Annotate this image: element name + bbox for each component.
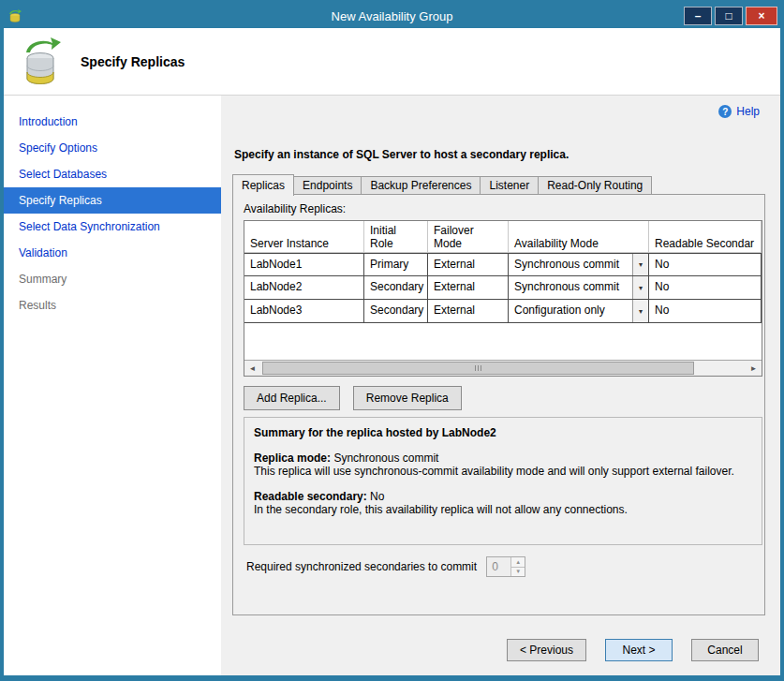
server-instance-cell[interactable]: LabNode1 (244, 253, 364, 276)
spinner-down-icon: ▼ (511, 568, 525, 577)
tab-strip: ReplicasEndpointsBackup PreferencesListe… (232, 174, 652, 195)
replica-table-header: Server InstanceInitial RoleFailover Mode… (244, 221, 762, 253)
remove-replica-button[interactable]: Remove Replica (353, 386, 462, 410)
failover-mode-cell[interactable]: External (428, 300, 509, 323)
tab-backup-preferences[interactable]: Backup Preferences (361, 176, 481, 194)
chevron-down-icon[interactable]: ▾ (632, 276, 648, 299)
availability-mode-value: Configuration only (509, 300, 632, 322)
availability-mode-value: Synchronous commit (509, 254, 632, 275)
cancel-button[interactable]: Cancel (691, 639, 759, 661)
spinner-value: 0 (487, 557, 510, 576)
failover-mode-cell[interactable]: External (428, 276, 509, 300)
maximize-icon: □ (725, 10, 732, 22)
readable-secondary-line: Readable secondary: No (254, 490, 752, 503)
replica-buttons: Add Replica... Remove Replica (244, 386, 462, 410)
help-label: Help (736, 105, 760, 118)
spinner-buttons: ▲ ▼ (510, 557, 525, 576)
replicas-tab-page: Availability Replicas: Server InstanceIn… (232, 194, 765, 615)
replica-grid: Server InstanceInitial RoleFailover Mode… (244, 220, 762, 377)
readable-secondary-cell[interactable]: No (649, 276, 762, 300)
window-controls: – □ × (684, 7, 777, 25)
chevron-down-icon[interactable]: ▾ (632, 300, 648, 322)
main-panel: ? Help Specify an instance of SQL Server… (221, 96, 780, 675)
body-row: IntroductionSpecify OptionsSelect Databa… (4, 96, 780, 675)
tab-listener[interactable]: Listener (480, 176, 539, 194)
tab-replicas[interactable]: Replicas (232, 174, 294, 196)
readable-secondary-label: Readable secondary: (254, 490, 367, 503)
availability-mode-dropdown[interactable]: Synchronous commit▾ (509, 253, 649, 276)
required-secondaries-spinner: 0 ▲ ▼ (486, 556, 525, 577)
availability-mode-dropdown[interactable]: Synchronous commit▾ (509, 276, 649, 300)
sidebar-item-results: Results (4, 292, 221, 318)
help-link[interactable]: ? Help (718, 105, 760, 118)
chevron-down-icon[interactable]: ▾ (632, 254, 648, 275)
sidebar-item-introduction[interactable]: Introduction (4, 109, 221, 135)
title-bar: New Availability Group – □ × (4, 4, 780, 28)
horizontal-scrollbar[interactable]: ◄ ► (244, 360, 762, 376)
readable-secondary-value: No (370, 490, 384, 503)
scroll-left-arrow-icon[interactable]: ◄ (244, 361, 260, 376)
column-header-failover-mode[interactable]: Failover Mode (428, 221, 509, 253)
table-row-labnode1[interactable]: LabNode1PrimaryExternalSynchronous commi… (244, 253, 762, 276)
instruction-text: Specify an instance of SQL Server to hos… (234, 148, 569, 161)
initial-role-cell[interactable]: Secondary (364, 300, 428, 323)
next-button[interactable]: Next > (605, 639, 673, 661)
readable-secondary-description: In the secondary role, this availability… (254, 503, 752, 516)
tab-endpoints[interactable]: Endpoints (293, 176, 362, 194)
new-availability-group-window: New Availability Group – □ × Specify Rep… (0, 0, 784, 681)
scrollbar-track[interactable] (260, 361, 746, 376)
sidebar-steps: IntroductionSpecify OptionsSelect Databa… (4, 96, 221, 675)
sidebar-item-validation[interactable]: Validation (4, 240, 221, 266)
app-icon[interactable] (7, 8, 22, 23)
required-secondaries-row: Required synchronized secondaries to com… (246, 556, 525, 577)
add-replica-button[interactable]: Add Replica... (244, 386, 340, 410)
column-header-availability-mode[interactable]: Availability Mode (509, 221, 649, 253)
table-empty-area (244, 323, 762, 360)
window-title: New Availability Group (4, 9, 780, 23)
database-sync-icon (21, 37, 64, 87)
wizard-header: Specify Replicas (4, 28, 780, 96)
scrollbar-thumb[interactable] (262, 362, 694, 375)
replica-mode-description: This replica will use synchronous-commit… (254, 465, 752, 478)
scroll-right-arrow-icon[interactable]: ► (746, 361, 762, 376)
previous-button[interactable]: < Previous (507, 639, 586, 661)
sidebar-item-specify-replicas[interactable]: Specify Replicas (4, 187, 221, 214)
failover-mode-cell[interactable]: External (428, 253, 509, 276)
wizard-footer: < Previous Next > Cancel (507, 639, 759, 661)
sidebar-item-summary: Summary (4, 266, 221, 292)
column-header-readable-secondar[interactable]: Readable Secondar (649, 221, 762, 253)
summary-title: Summary for the replica hosted by LabNod… (254, 426, 752, 439)
close-icon: × (758, 10, 764, 22)
sidebar-item-select-data-synchronization[interactable]: Select Data Synchronization (4, 214, 221, 240)
replica-mode-line: Replica mode: Synchronous commit (254, 452, 752, 465)
minimize-icon: – (695, 10, 702, 22)
page-title: Specify Replicas (81, 54, 185, 69)
replica-mode-label: Replica mode: (254, 452, 331, 465)
replica-mode-value: Synchronous commit (333, 452, 438, 465)
replica-table-body: LabNode1PrimaryExternalSynchronous commi… (244, 253, 762, 323)
help-icon: ? (718, 105, 732, 118)
table-row-labnode2[interactable]: LabNode2SecondaryExternalSynchronous com… (244, 276, 762, 300)
close-button[interactable]: × (746, 7, 777, 25)
required-secondaries-label: Required synchronized secondaries to com… (246, 560, 477, 573)
maximize-button[interactable]: □ (715, 7, 743, 25)
server-instance-cell[interactable]: LabNode2 (244, 276, 364, 300)
initial-role-cell[interactable]: Secondary (364, 276, 428, 300)
sidebar-item-specify-options[interactable]: Specify Options (4, 135, 221, 161)
server-instance-cell[interactable]: LabNode3 (244, 300, 364, 323)
summary-group-box: Summary for the replica hosted by LabNod… (244, 417, 762, 545)
table-row-labnode3[interactable]: LabNode3SecondaryExternalConfiguration o… (244, 300, 762, 323)
tab-read-only-routing[interactable]: Read-Only Routing (538, 176, 652, 194)
spinner-up-icon: ▲ (511, 557, 525, 568)
availability-replicas-label: Availability Replicas: (244, 202, 346, 215)
column-header-server-instance[interactable]: Server Instance (244, 221, 364, 253)
availability-mode-value: Synchronous commit (509, 276, 632, 299)
minimize-button[interactable]: – (684, 7, 712, 25)
availability-mode-dropdown[interactable]: Configuration only▾ (509, 300, 649, 323)
sidebar-item-select-databases[interactable]: Select Databases (4, 161, 221, 187)
initial-role-cell[interactable]: Primary (364, 253, 428, 276)
readable-secondary-cell[interactable]: No (649, 300, 762, 323)
readable-secondary-cell[interactable]: No (649, 253, 762, 276)
column-header-initial-role[interactable]: Initial Role (364, 221, 428, 253)
